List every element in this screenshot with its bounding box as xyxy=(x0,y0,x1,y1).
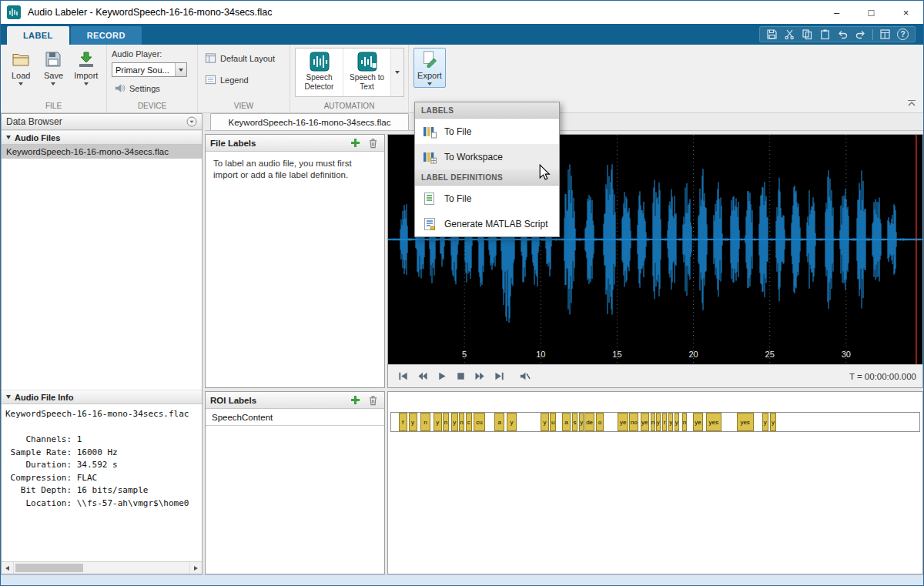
roi-segment[interactable]: y xyxy=(451,413,459,431)
scrollbar-track[interactable] xyxy=(14,562,189,574)
undo-icon[interactable] xyxy=(837,28,849,40)
audio-files-header[interactable]: Audio Files xyxy=(2,130,202,145)
roi-segment[interactable]: yes xyxy=(706,413,721,431)
roi-segment[interactable]: y xyxy=(675,413,679,431)
scroll-right-button[interactable] xyxy=(189,562,202,574)
roi-segment[interactable]: r xyxy=(662,413,667,431)
roi-labels-panel: ROI Labels SpeechContent xyxy=(205,391,385,574)
play-button[interactable] xyxy=(433,369,450,384)
roi-segment[interactable]: no xyxy=(629,413,638,431)
maximize-button[interactable]: □ xyxy=(854,1,889,24)
roi-segment[interactable]: y xyxy=(541,413,549,431)
roi-segment[interactable]: cu xyxy=(474,413,485,431)
settings-button[interactable]: Settings xyxy=(112,81,187,95)
scroll-left-button[interactable] xyxy=(2,562,14,574)
add-file-label-button[interactable] xyxy=(348,136,362,150)
roi-label-list-item[interactable]: SpeechContent xyxy=(206,409,384,426)
menu-item-label: Generate MATLAB Script xyxy=(444,219,548,229)
redo-icon[interactable] xyxy=(855,28,866,40)
scrollbar-thumb[interactable] xyxy=(15,564,83,572)
menu-item-generate-matlab-script[interactable]: Generate MATLAB Script xyxy=(415,211,559,236)
roi-segment[interactable]: y xyxy=(579,413,584,431)
default-layout-label: Default Layout xyxy=(220,54,275,63)
roi-segment[interactable]: n xyxy=(420,413,431,431)
app-logo-icon xyxy=(7,5,21,19)
ribbon-section-device: Audio Player: Primary Sou... Settings DE… xyxy=(107,45,198,112)
stop-button[interactable] xyxy=(452,369,469,384)
roi-segment[interactable]: ye xyxy=(641,413,649,431)
roi-segment[interactable]: n xyxy=(443,413,450,431)
skip-to-end-button[interactable] xyxy=(490,369,507,384)
help-icon[interactable]: ? xyxy=(897,28,909,40)
menu-item-labels-to-workspace[interactable]: To Workspace xyxy=(415,144,559,169)
roi-segment[interactable]: f xyxy=(399,413,407,431)
add-roi-label-button[interactable] xyxy=(348,393,362,407)
export-icon xyxy=(420,50,439,69)
roi-segment[interactable]: yes xyxy=(737,413,754,431)
roi-segment[interactable]: n xyxy=(682,413,687,431)
gallery-dropdown-button[interactable] xyxy=(391,49,403,96)
stop-icon xyxy=(455,370,467,382)
rewind-icon xyxy=(417,370,428,382)
close-button[interactable]: × xyxy=(889,1,923,24)
menu-item-labels-to-file[interactable]: To File xyxy=(415,119,559,144)
definitions-to-file-icon xyxy=(422,191,437,206)
roi-segment[interactable]: n xyxy=(651,413,655,431)
menu-item-definitions-to-file[interactable]: To File xyxy=(415,186,559,211)
panel-menu-icon[interactable] xyxy=(186,116,197,127)
horizontal-scrollbar[interactable] xyxy=(2,561,202,574)
document-tab[interactable]: KeywordSpeech-16-16-mono-34secs.flac xyxy=(210,113,409,130)
paste-icon[interactable] xyxy=(819,28,831,40)
window-layout-icon[interactable] xyxy=(879,28,891,40)
labels-to-file-icon xyxy=(422,124,437,139)
roi-segment[interactable]: c xyxy=(466,413,472,431)
roi-segment[interactable]: y xyxy=(770,413,776,431)
audio-player-select[interactable]: Primary Sou... xyxy=(112,62,187,77)
roi-strip[interactable]: fynynynccuayyuasydeoyenoyenyryynyeyesyes… xyxy=(390,412,920,432)
roi-segment[interactable]: y xyxy=(507,413,517,431)
tab-record[interactable]: RECORD xyxy=(71,26,142,45)
rewind-button[interactable] xyxy=(413,369,430,384)
load-label: Load xyxy=(12,71,30,80)
speech-to-text-button[interactable]: Speech to Text xyxy=(343,49,391,96)
roi-segment[interactable]: y xyxy=(668,413,673,431)
collapse-ribbon-button[interactable] xyxy=(905,98,919,109)
roi-segment[interactable]: y xyxy=(434,413,442,431)
minimize-button[interactable]: – xyxy=(819,1,854,24)
tab-label[interactable]: LABEL xyxy=(7,26,69,45)
delete-roi-label-button[interactable] xyxy=(366,393,380,407)
speech-detector-button[interactable]: Speech Detector xyxy=(296,49,343,96)
copy-icon[interactable] xyxy=(802,28,813,40)
roi-segment[interactable]: a xyxy=(494,413,504,431)
cut-icon[interactable] xyxy=(784,28,795,40)
roi-segment[interactable]: o xyxy=(596,413,604,431)
mute-button[interactable] xyxy=(516,369,533,384)
legend-button[interactable]: Legend xyxy=(203,72,277,87)
export-button[interactable]: Export xyxy=(413,48,446,88)
save-button[interactable]: Save xyxy=(38,48,69,85)
roi-segment[interactable]: s xyxy=(572,413,578,431)
combo-dropdown-button[interactable] xyxy=(175,63,186,76)
load-button[interactable]: Load xyxy=(5,48,36,85)
roi-segment[interactable]: y xyxy=(762,413,768,431)
roi-segment[interactable]: y xyxy=(656,413,661,431)
roi-segment[interactable]: n xyxy=(459,413,464,431)
audio-file-list-item[interactable]: KeywordSpeech-16-16-mono-34secs.flac xyxy=(2,145,202,159)
import-button[interactable]: Import xyxy=(71,48,102,85)
default-layout-button[interactable]: Default Layout xyxy=(203,51,277,65)
menu-item-label: To Workspace xyxy=(444,152,503,162)
save-icon[interactable] xyxy=(766,28,778,40)
speech-to-text-label: Speech to Text xyxy=(343,73,390,91)
roi-segment[interactable]: de xyxy=(584,413,594,431)
audio-file-info-text: KeywordSpeech-16-16-mono-34secs.flac Cha… xyxy=(5,408,202,510)
roi-segment[interactable]: u xyxy=(550,413,556,431)
fast-forward-button[interactable] xyxy=(471,369,488,384)
roi-segment[interactable]: a xyxy=(562,413,570,431)
audio-file-info-header[interactable]: Audio File Info xyxy=(2,390,202,404)
title-bar: Audio Labeler - KeywordSpeech-16-16-mono… xyxy=(1,1,923,24)
roi-segment[interactable]: ye xyxy=(618,413,628,431)
roi-segment[interactable]: y xyxy=(409,413,417,431)
roi-segment[interactable]: ye xyxy=(693,413,704,431)
skip-to-start-button[interactable] xyxy=(394,369,411,384)
delete-file-label-button[interactable] xyxy=(366,136,380,150)
